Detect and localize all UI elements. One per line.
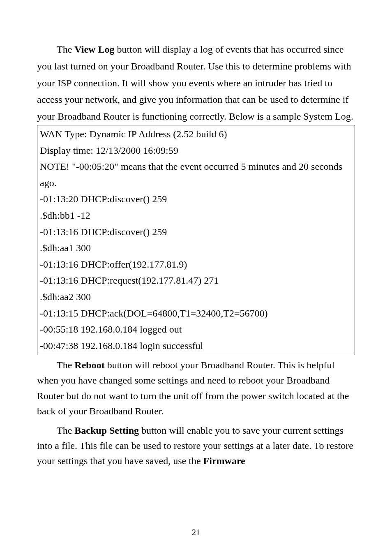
firmware-bold: Firmware <box>203 455 245 466</box>
reboot-paragraph: The Reboot button will reboot your Broad… <box>37 358 355 419</box>
log-line-6: -01:13:16 DHCP:discover() 259 <box>40 224 352 240</box>
log-line-2: Display time: 12/13/2000 16:09:59 <box>40 143 352 159</box>
log-line-7: .$dh:aa1 300 <box>40 240 352 257</box>
backup-paragraph: The Backup Setting button will enable yo… <box>37 423 355 469</box>
log-line-12: -00:55:18 192.168.0.184 logged out <box>40 321 352 338</box>
log-line-5: .$dh:bb1 -12 <box>40 208 352 224</box>
log-line-10: .$dh:aa2 300 <box>40 289 352 305</box>
log-line-9: -01:13:16 DHCP:request(192.177.81.47) 27… <box>40 273 352 289</box>
log-line-11: -01:13:15 DHCP:ack(DOL=64800,T1=32400,T2… <box>40 305 352 322</box>
reboot-bold: Reboot <box>74 360 104 370</box>
page-number: 21 <box>0 528 392 537</box>
intro-text-pre: The <box>57 44 74 55</box>
backup-setting-bold: Backup Setting <box>74 425 139 436</box>
log-line-1: WAN Type: Dynamic IP Address (2.52 build… <box>40 126 352 143</box>
log-line-4: -01:13:20 DHCP:discover() 259 <box>40 191 352 208</box>
intro-text-post: button will display a log of events that… <box>37 44 353 122</box>
log-line-13: -00:47:38 192.168.0.184 login successful <box>40 338 352 354</box>
reboot-pre: The <box>57 360 74 370</box>
intro-paragraph: The View Log button will display a log o… <box>37 41 355 125</box>
system-log-box: WAN Type: Dynamic IP Address (2.52 build… <box>37 125 355 355</box>
log-line-8: -01:13:16 DHCP:offer(192.177.81.9) <box>40 257 352 273</box>
backup-pre: The <box>57 425 74 436</box>
log-line-3: NOTE! "-00:05:20" means that the event o… <box>40 159 352 191</box>
view-log-bold: View Log <box>74 44 114 55</box>
